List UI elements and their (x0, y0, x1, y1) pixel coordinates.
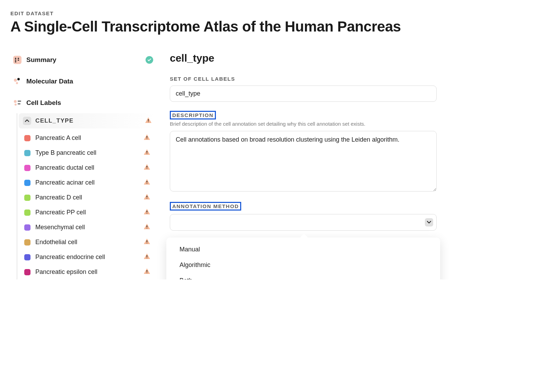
cell-item-label: Type B pancreatic cell (35, 149, 143, 157)
chevron-up-icon[interactable] (23, 117, 31, 125)
detail-title: cell_type (170, 52, 437, 64)
cell-item-label: Pancreatic PP cell (35, 209, 143, 216)
sidebar: Summary Molecular Data Cell Labels CELL_… (10, 52, 156, 279)
warning-icon (143, 194, 150, 202)
svg-rect-12 (147, 211, 147, 212)
dropdown-item[interactable]: Both (166, 273, 440, 279)
sidebar-child-header-label: CELL_TYPE (35, 117, 145, 124)
svg-rect-14 (147, 225, 147, 227)
warning-icon (143, 253, 150, 261)
set-of-cell-labels-input[interactable] (170, 86, 437, 102)
svg-rect-7 (147, 168, 147, 169)
check-icon (146, 56, 153, 64)
sidebar-item-summary[interactable]: Summary (10, 52, 156, 68)
cell-item-label: Pancreatic epsilon cell (35, 268, 143, 276)
chevron-down-icon[interactable] (425, 218, 433, 226)
cell-swatch (24, 135, 30, 141)
svg-rect-0 (148, 119, 149, 121)
warning-icon (143, 208, 150, 216)
cell-swatch (24, 269, 30, 275)
svg-rect-5 (147, 153, 147, 154)
svg-rect-13 (147, 213, 147, 214)
cell-item-label: Pancreatic D cell (35, 194, 143, 201)
cell-swatch (24, 224, 30, 231)
list-icon (13, 56, 21, 64)
cell-swatch (24, 150, 30, 156)
cell-item-label: Endothelial cell (35, 239, 143, 246)
cell-item[interactable]: Mesenchymal cell (19, 220, 156, 235)
svg-rect-6 (147, 166, 147, 168)
warning-icon (143, 134, 150, 142)
svg-rect-21 (147, 273, 147, 273)
warning-icon (143, 223, 150, 231)
cell-item[interactable]: Pancreatic A cell (19, 131, 156, 145)
cell-item-label: Pancreatic ductal cell (35, 164, 143, 171)
sidebar-item-label: Molecular Data (26, 78, 73, 85)
cell-item[interactable]: Type B pancreatic cell (19, 145, 156, 160)
page-title: A Single-Cell Transcriptome Atlas of the… (10, 18, 532, 35)
sidebar-child-header-cell-type[interactable]: CELL_TYPE (19, 113, 156, 128)
field-label-annotation-method: ANNOTATION METHOD (170, 202, 241, 211)
dropdown-item[interactable]: Algorithmic (166, 257, 440, 273)
svg-rect-18 (147, 255, 147, 257)
field-label-description: DESCRIPTION (170, 111, 216, 119)
cell-swatch (24, 195, 30, 201)
cell-item[interactable]: Pancreatic acinar cell (19, 175, 156, 190)
cell-swatch (24, 254, 30, 260)
svg-rect-20 (147, 270, 147, 272)
svg-rect-8 (147, 181, 147, 182)
cell-swatch (24, 239, 30, 246)
labels-icon (13, 99, 21, 107)
cell-swatch (24, 180, 30, 186)
breadcrumb: EDIT DATASET (10, 10, 532, 16)
warning-icon (143, 268, 150, 276)
sidebar-item-molecular-data[interactable]: Molecular Data (10, 74, 156, 89)
cell-item-label: Mesenchymal cell (35, 224, 143, 231)
sidebar-item-cell-labels[interactable]: Cell Labels (10, 95, 156, 110)
detail-panel: cell_type SET OF CELL LABELS DESCRIPTION… (170, 52, 437, 279)
molecules-icon (13, 77, 21, 86)
svg-rect-17 (147, 243, 147, 243)
cell-item-label: Pancreatic acinar cell (35, 179, 143, 186)
svg-rect-11 (147, 198, 147, 199)
sidebar-children: CELL_TYPE Pancreatic A cellType B pancre… (17, 113, 156, 279)
field-label-set: SET OF CELL LABELS (170, 76, 235, 82)
cell-item[interactable]: Endothelial cell (19, 235, 156, 250)
cell-item[interactable]: Pancreatic epsilon cell (19, 265, 156, 279)
dropdown-item[interactable]: Manual (166, 242, 440, 257)
annotation-method-select[interactable] (170, 214, 437, 231)
cell-item[interactable]: Pancreatic D cell (19, 190, 156, 205)
svg-rect-2 (147, 136, 147, 138)
cell-swatch (24, 210, 30, 216)
cell-item[interactable]: Pancreatic PP cell (19, 205, 156, 220)
cell-item-label: Pancreatic A cell (35, 134, 143, 142)
cell-item[interactable]: Pancreatic ductal cell (19, 160, 156, 175)
svg-rect-3 (147, 139, 147, 139)
annotation-method-dropdown: ManualAlgorithmicBoth (166, 238, 440, 279)
svg-rect-16 (147, 240, 147, 242)
svg-rect-15 (147, 228, 147, 229)
field-hint-description: Brief description of the cell annotation… (170, 121, 437, 127)
sidebar-item-label: Cell Labels (26, 99, 61, 107)
warning-icon (143, 179, 150, 187)
svg-rect-19 (147, 258, 147, 258)
svg-rect-9 (147, 183, 147, 184)
svg-rect-10 (147, 196, 147, 197)
cell-item-label: Pancreatic endocrine cell (35, 253, 143, 261)
sidebar-item-label: Summary (26, 56, 56, 64)
cell-swatch (24, 165, 30, 171)
warning-icon (145, 117, 152, 125)
description-textarea[interactable] (170, 131, 437, 191)
warning-icon (143, 149, 150, 157)
warning-icon (143, 238, 150, 246)
warning-icon (143, 164, 150, 172)
svg-rect-4 (147, 151, 147, 153)
svg-rect-1 (148, 122, 149, 122)
cell-item[interactable]: Pancreatic endocrine cell (19, 250, 156, 265)
